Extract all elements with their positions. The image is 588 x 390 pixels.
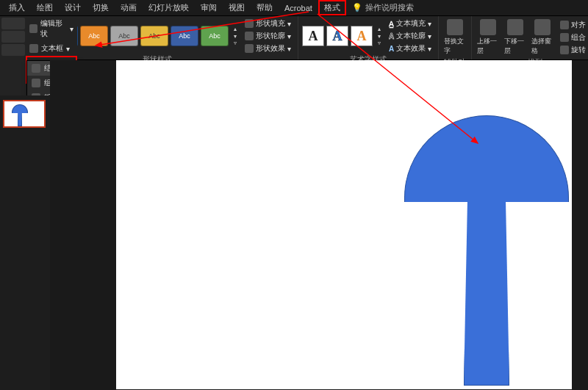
group-btn-label: 组合 bbox=[571, 32, 586, 43]
send-backward-icon bbox=[507, 19, 523, 35]
shape-outline-button[interactable]: 形状轮廓 ▾ bbox=[242, 30, 294, 42]
edit-shape-button[interactable]: 编辑形状 ▾ bbox=[26, 16, 77, 41]
align-icon bbox=[560, 21, 569, 29]
edit-shape-label: 编辑形状 bbox=[40, 18, 67, 39]
text-box-button[interactable]: 文本框 ▾ bbox=[26, 41, 77, 56]
shape-outline-label: 形状轮廓 bbox=[256, 31, 285, 41]
tell-me-label: 操作说明搜索 bbox=[365, 2, 414, 13]
slide-canvas-area bbox=[50, 60, 588, 390]
ribbon: 插入形状 Abc Abc Abc Abc Abc Abc Abc ▴ ▾ ▿ 形… bbox=[0, 16, 588, 60]
align-button[interactable]: 对齐 ▾ bbox=[557, 19, 588, 31]
slide-thumbnail-panel bbox=[0, 95, 50, 390]
tab-acrobat[interactable]: Acrobat bbox=[279, 1, 318, 15]
shape-style-preset-7[interactable]: Abc bbox=[201, 26, 229, 46]
mini-shape-preview bbox=[12, 104, 28, 126]
text-outline-button[interactable]: A文本轮廓 ▾ bbox=[386, 30, 434, 42]
text-effects-button[interactable]: A文本效果 ▾ bbox=[386, 43, 434, 54]
alt-text-label: 替换文字 bbox=[444, 37, 466, 56]
text-fill-button[interactable]: A̲文本填充 ▾ bbox=[386, 18, 434, 29]
tab-slideshow[interactable]: 幻灯片放映 bbox=[143, 0, 195, 15]
chevron-up-icon: ▴ bbox=[378, 26, 381, 32]
chevron-up-icon: ▴ bbox=[234, 26, 237, 32]
shape-effects-button[interactable]: 形状效果 ▾ bbox=[242, 43, 294, 54]
rotate-icon bbox=[560, 46, 569, 54]
shape-effects-label: 形状效果 bbox=[256, 43, 285, 54]
group-arrange: 上移一层 下移一层 选择窗格 对齐 ▾ 组合 ▾ 旋转 ▾ 排列 bbox=[472, 16, 588, 59]
pen-icon bbox=[245, 32, 254, 40]
tab-help[interactable]: 帮助 bbox=[251, 0, 279, 15]
lightbulb-icon: 💡 bbox=[352, 3, 362, 12]
wordart-preset-3[interactable]: A bbox=[351, 26, 373, 46]
bring-forward-button[interactable]: 上移一层 bbox=[476, 18, 501, 57]
tab-transition[interactable]: 切换 bbox=[87, 0, 115, 15]
text-effects-icon: A bbox=[389, 45, 394, 53]
shape-style-gallery-nav[interactable]: ▴ ▾ ▿ bbox=[231, 26, 240, 46]
shape-fill-label: 形状填充 bbox=[256, 18, 285, 29]
align-label: 对齐 bbox=[571, 20, 586, 30]
text-fill-label: 文本填充 bbox=[396, 18, 426, 29]
text-effects-label: 文本效果 bbox=[396, 43, 426, 54]
selection-pane-label: 选择窗格 bbox=[531, 37, 553, 56]
edit-shape-icon bbox=[29, 24, 37, 33]
group-wordart: A A A ▴ ▾ ▿ A̲文本填充 ▾ A文本轮廓 ▾ A文本效果 ▾ 艺术字… bbox=[298, 16, 439, 59]
shape-style-preset-6[interactable]: Abc bbox=[171, 26, 198, 46]
slide-canvas[interactable] bbox=[116, 60, 572, 389]
shape-style-preset-5[interactable]: Abc bbox=[140, 26, 168, 46]
bring-forward-icon bbox=[480, 19, 496, 35]
mushroom-cap-base bbox=[404, 201, 569, 202]
tab-format[interactable]: 格式 bbox=[318, 0, 346, 15]
wordart-preset-1[interactable]: A bbox=[302, 26, 324, 46]
tab-animation[interactable]: 动画 bbox=[115, 0, 143, 15]
tell-me-search[interactable]: 💡 操作说明搜索 bbox=[352, 2, 414, 13]
text-outline-label: 文本轮廓 bbox=[396, 31, 426, 41]
send-backward-label: 下移一层 bbox=[504, 37, 526, 56]
chevron-down-icon: ▾ bbox=[234, 33, 237, 40]
text-fill-icon: A̲ bbox=[389, 20, 394, 28]
bring-forward-label: 上移一层 bbox=[477, 37, 499, 56]
rotate-button[interactable]: 旋转 ▾ bbox=[557, 44, 588, 56]
mushroom-cap bbox=[404, 115, 569, 201]
bucket-icon bbox=[245, 19, 254, 28]
quick-shape-1[interactable] bbox=[1, 18, 25, 29]
more-icon: ▿ bbox=[234, 40, 237, 46]
send-backward-button[interactable]: 下移一层 bbox=[503, 18, 528, 57]
tab-view[interactable]: 视图 bbox=[223, 0, 251, 15]
tab-draw[interactable]: 绘图 bbox=[31, 0, 59, 15]
more-icon: ▿ bbox=[378, 40, 381, 46]
shape-style-preset-4[interactable]: Abc bbox=[110, 26, 138, 46]
mushroom-stem bbox=[464, 202, 509, 386]
chevron-down-icon: ▾ bbox=[378, 33, 381, 40]
tab-insert[interactable]: 插入 bbox=[3, 0, 31, 15]
tab-review[interactable]: 审阅 bbox=[195, 0, 223, 15]
effects-icon bbox=[245, 44, 254, 53]
rotate-label: 旋转 bbox=[571, 45, 586, 55]
tab-design[interactable]: 设计 bbox=[59, 0, 87, 15]
text-box-icon bbox=[29, 44, 38, 53]
slide-thumbnail-1[interactable] bbox=[3, 100, 46, 128]
selection-pane-button[interactable]: 选择窗格 bbox=[530, 18, 555, 57]
text-box-label: 文本框 bbox=[41, 43, 63, 54]
selection-pane-icon bbox=[534, 19, 551, 35]
alt-text-button[interactable]: 替换文字 bbox=[442, 18, 467, 57]
union-icon bbox=[32, 64, 40, 73]
shape-style-preset-3[interactable]: Abc bbox=[80, 26, 108, 46]
group-icon bbox=[560, 33, 569, 42]
quick-shape-3[interactable] bbox=[1, 44, 25, 56]
text-outline-icon: A bbox=[389, 32, 394, 40]
app-root: 插入 绘图 设计 切换 动画 幻灯片放映 审阅 视图 帮助 Acrobat 格式… bbox=[0, 0, 588, 390]
group-accessibility: 替换文字 辅助功能 bbox=[439, 16, 472, 59]
wordart-gallery-nav[interactable]: ▴ ▾ ▿ bbox=[375, 26, 384, 46]
wordart-preset-2[interactable]: A bbox=[326, 26, 348, 46]
ribbon-tabs: 插入 绘图 设计 切换 动画 幻灯片放映 审阅 视图 帮助 Acrobat 格式… bbox=[0, 0, 588, 16]
mushroom-shape[interactable] bbox=[404, 115, 569, 386]
combine-icon bbox=[32, 79, 40, 87]
shape-fill-button[interactable]: 形状填充 ▾ bbox=[242, 18, 294, 29]
group-button[interactable]: 组合 ▾ bbox=[557, 32, 588, 43]
quick-shape-2[interactable] bbox=[1, 31, 25, 43]
alt-text-icon bbox=[447, 19, 463, 35]
